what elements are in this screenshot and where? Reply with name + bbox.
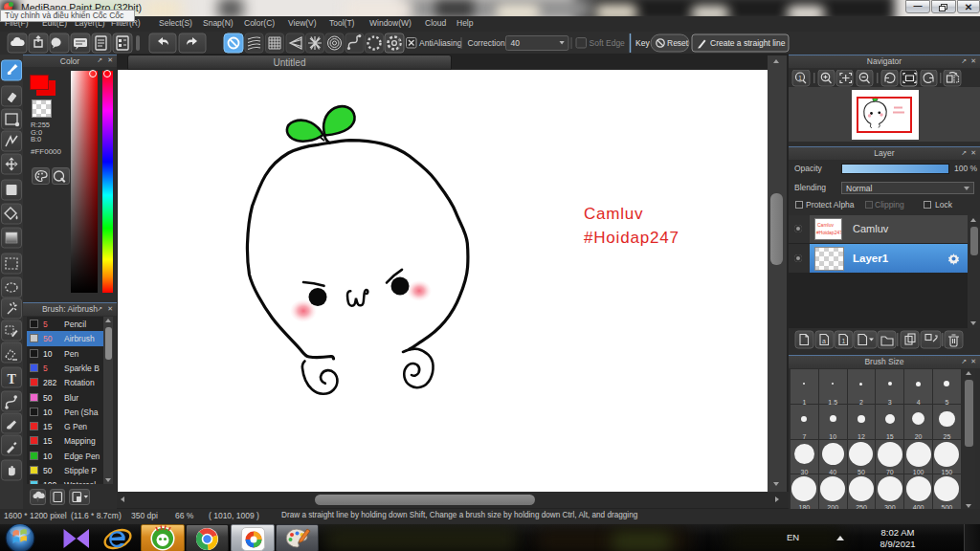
svg-text:AntiAliasing: AntiAliasing bbox=[419, 38, 462, 48]
svg-text:a: a bbox=[822, 338, 826, 344]
svg-text:1: 1 bbox=[842, 338, 846, 344]
svg-text:40: 40 bbox=[511, 38, 521, 48]
svg-text:Correction: Correction bbox=[468, 38, 505, 48]
svg-text:Create a straight line: Create a straight line bbox=[710, 38, 786, 48]
svg-text:Camluv: Camluv bbox=[817, 222, 834, 228]
svg-text:Soft Edge: Soft Edge bbox=[590, 38, 626, 48]
svg-text:Key: Key bbox=[635, 38, 650, 48]
svg-text:Reset: Reset bbox=[667, 38, 689, 48]
svg-text:T: T bbox=[8, 372, 17, 386]
svg-text:1: 1 bbox=[798, 75, 802, 81]
svg-text:#Hoidap247: #Hoidap247 bbox=[816, 230, 841, 235]
